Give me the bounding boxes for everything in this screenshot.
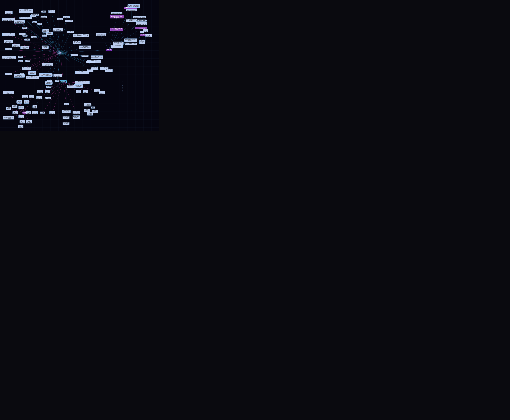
node-gambsat[interactable]: GamSat 系列GamSat-2A, GamSat-2B... bbox=[26, 76, 39, 79]
node-landsat[interactable]: Landsat系列Landsat-8、Landsat-9 bbox=[14, 20, 25, 23]
node-gosat[interactable]: GOSAT 系列GOSAT、GOSAT7 bbox=[4, 40, 13, 43]
node-saoccom[interactable]: SAOCCOM 系列SAOCCOM-1 bbox=[73, 41, 81, 44]
node-cskseries[interactable]: CSK 系列CSK-1, CSK-2, CSK-3, CSK... bbox=[2, 56, 16, 59]
node-gf-7[interactable]: GF-72019年 bbox=[6, 107, 11, 110]
node-electro-l-nz[interactable]: Electro-L NZ, Electro-L N3 bbox=[125, 43, 137, 45]
node-zy12[interactable]: ZY-1 2 系列 bbox=[45, 97, 51, 99]
node-deimos[interactable]: Deimos 系列Deimos-1... bbox=[42, 29, 49, 32]
node-mohammed[interactable]: Mohammed V 系列Mohammed V-A, Mohammed... bbox=[75, 81, 90, 84]
node-smap[interactable]: SMAP bbox=[32, 21, 37, 23]
node-kompsat[interactable]: KOMPSAT 系列KOMPSAT-2, KOMPSAT-3... bbox=[76, 71, 89, 74]
node-insat3d[interactable]: INSAT-3D, INSAT-3DR bbox=[126, 9, 137, 11]
node-gf-13[interactable]: GF-132020年发 bbox=[26, 120, 32, 123]
node-goes14-15[interactable]: GOES-14, GOES-15,GOES-16, GOES-17 bbox=[136, 22, 147, 25]
node-meteosat-1011[interactable]: Meteosat-10, Meteosat-11,Meteosat-10, Me… bbox=[128, 4, 140, 8]
node-main-center[interactable]: 卫星(遥感卫星) bbox=[57, 51, 64, 55]
node-veos2[interactable]: VEOS-2 bbox=[25, 60, 30, 62]
node-kadosat[interactable]: KadiOSat 系列KadiElStar-1, KadiElStar... bbox=[79, 45, 91, 49]
node-osk1[interactable]: OSK-1 bbox=[18, 60, 23, 62]
node-gf-5[interactable]: GF-52018年发 bbox=[12, 105, 17, 108]
node-skysat[interactable]: SkySat 系列SkySat-1... bbox=[48, 10, 55, 13]
node-jin1[interactable]: Jin-1 系2022年发 bbox=[94, 89, 100, 92]
node-superview2[interactable]: SuperView-42018年发 bbox=[62, 116, 69, 119]
node-sentinel[interactable]: Sentinel 系列 bbox=[81, 55, 88, 57]
node-cboes[interactable]: CBOES 系列CBRES-1... bbox=[67, 85, 74, 88]
node-blacksky[interactable]: BlackSky系列BlackSky-1、BlackSky-2... bbox=[2, 18, 15, 21]
node-optusglobe[interactable]: OptusGlobe bbox=[19, 33, 25, 35]
node-gistam[interactable]: Gokturk系列Gokturk-1... bbox=[42, 45, 49, 49]
node-gf-3[interactable]: GF-32016年发 bbox=[32, 111, 38, 114]
node-worldview[interactable]: WorldView系列WorldView-1, WorldView... bbox=[2, 33, 15, 36]
node-goes-west[interactable]: GOES WEST, GOES EAST bbox=[133, 16, 146, 18]
node-hj2a[interactable]: HJ-2A, HJ-2B2021年9月 bbox=[73, 115, 80, 119]
node-superview3[interactable]: SuperView-22015年发 bbox=[62, 122, 69, 125]
node-fomosat[interactable]: FOMOSAT V系列FOMOSAT-5 bbox=[74, 84, 83, 88]
node-dmsp[interactable]: DMSP bbox=[23, 27, 27, 29]
node-gf-series-cn[interactable]: GF 系列卫星（中国）GF-1... bbox=[113, 42, 123, 45]
node-fy2h[interactable]: FY-2H2018年12月 bbox=[145, 34, 152, 38]
node-gf-11-2[interactable]: GF-112020年发 bbox=[24, 100, 29, 104]
node-dubaisat[interactable]: DubaiSat系列DubaiSat-1 bbox=[105, 69, 113, 72]
node-tansat[interactable]: TanSat bbox=[64, 103, 69, 105]
node-zh156m[interactable]: ZH156M bbox=[46, 86, 52, 88]
node-oceanstar[interactable]: Oceanstar 系列OceanStar-2 bbox=[28, 71, 36, 75]
node-meteos[interactable]: Meteos 系列Meteo-M?V1, Meteo-M? bbox=[42, 63, 53, 66]
node-hj[interactable]: HJ 系列HJ-1A, HJ-1B bbox=[73, 111, 80, 114]
node-gf-8[interactable]: GF-82015年发 bbox=[13, 111, 18, 114]
node-fy2g[interactable]: FY-2G bbox=[140, 31, 144, 33]
node-terrakarte[interactable]: TerraSAR 错目 bbox=[65, 20, 73, 22]
node-hy1d[interactable]: HY-1D2020年发 bbox=[49, 111, 55, 114]
node-fy3d[interactable]: FY-3D bbox=[91, 106, 95, 108]
node-acos[interactable]: ACOS 系列卫星AltAP-1... bbox=[20, 46, 29, 49]
node-fy33[interactable]: FY-3系列2021发射时间 bbox=[84, 103, 91, 106]
node-obcm3[interactable]: OBCM3 bbox=[38, 22, 42, 25]
node-tropics[interactable]: TROPICS 系列TROPICS-01 bbox=[5, 11, 13, 14]
node-terradem-x[interactable]: TanDEM-X bbox=[57, 18, 63, 20]
node-china-node[interactable]: 中国卫星 bbox=[60, 80, 67, 83]
node-saral[interactable]: SARAL bbox=[47, 80, 52, 82]
node-geokompsat[interactable]: GEO-KOMPSAT 系列卫星(韩国) bbox=[110, 28, 123, 31]
node-goes-series[interactable]: GOES 系列卫星（美国） bbox=[135, 27, 147, 29]
node-zy3-01[interactable]: ZY-3 012012年 bbox=[46, 90, 50, 93]
node-venus[interactable]: VENuS bbox=[55, 80, 60, 82]
node-novesars[interactable]: NoveSAR-S bbox=[5, 73, 12, 75]
node-qixiang[interactable]: 气象卫星 bbox=[106, 49, 112, 51]
node-fy2-old[interactable]: FY-2系列卫星(中国) bbox=[139, 40, 145, 44]
node-gf-11[interactable]: GF-112018年发 bbox=[22, 95, 28, 98]
node-terrarsar[interactable]: TerraSAR-X bbox=[63, 16, 70, 18]
node-noaa5[interactable]: NOAA 5 列NOAA-15、NOAA-18、NOAA-19 bbox=[19, 9, 33, 13]
node-cbers[interactable]: 中巴卫星 bbox=[42, 35, 47, 37]
node-gf4[interactable]: GF-4 （高分四号卫星）GF-4 bbox=[111, 45, 122, 48]
node-cas500[interactable]: CAS 500 系列CAS 500-1 bbox=[91, 67, 98, 70]
node-altair[interactable]: Altair 系列Altair 1st, Altair 2nd... bbox=[53, 28, 63, 31]
node-th-01[interactable]: TH 系列TH-1... bbox=[76, 90, 81, 93]
node-superview1[interactable]: SuperView 系列SuperView-1... bbox=[62, 110, 70, 113]
node-gf-1-02[interactable]: GF 1-02, GF-1-03, GF-1-04... 一共三... bbox=[3, 116, 14, 120]
node-gf8-02[interactable]: GF 8-02, GF-8-03, GF-9-06, GF-9-05 bbox=[3, 91, 14, 94]
node-electro-l[interactable]: Electro-L 系列卫星（俄罗）Electro-L1... bbox=[124, 38, 137, 42]
node-calipso[interactable]: CALIPSO bbox=[24, 38, 30, 40]
node-hy-series[interactable]: HY 系列 bbox=[40, 112, 45, 113]
node-noaa-series[interactable]: NOAA卫星系列（美国） bbox=[135, 20, 147, 22]
node-oco[interactable]: OCO系列 bbox=[30, 15, 36, 17]
node-gf-10[interactable]: GF-102019年发 bbox=[29, 95, 34, 98]
node-kanopus[interactable]: KANOPUS系列KANOPUS-V1, KANOPUS... bbox=[39, 73, 53, 77]
node-bilsat[interactable]: BilSAT-1系列BILSAT-1, BILSAT-2... bbox=[14, 74, 25, 77]
node-himawari89[interactable]: Himawari-8, Himawari-9 bbox=[111, 12, 122, 14]
node-jins01[interactable]: JINS012022年9月 bbox=[99, 91, 105, 94]
node-himawari[interactable]: Himawari 系列卫星（日本）Himawari-8... bbox=[110, 15, 123, 18]
node-ocem[interactable]: OCEM 系列 bbox=[5, 48, 12, 50]
node-gf-12-02[interactable]: GF-12 022021年发 bbox=[18, 125, 23, 128]
node-gaofen[interactable]: 高分卫星 bbox=[31, 36, 37, 38]
node-tropomi[interactable]: TROPOMI-V bbox=[71, 54, 78, 56]
node-gf-12[interactable]: GF-122019年发 bbox=[18, 115, 24, 118]
node-zy3-02[interactable]: ZY-3 022016年发 bbox=[37, 90, 43, 93]
node-pleaides[interactable]: Pleiades 系列Pleiades-1... bbox=[45, 81, 53, 85]
node-lemur2[interactable]: Lemur-2 bbox=[41, 10, 46, 13]
node-gf-9-3[interactable]: GF-92020年发 bbox=[18, 106, 24, 109]
node-proba[interactable]: PROBA 系列PROBA-1, PROBA-2, PROBA bbox=[87, 60, 101, 63]
node-metopu[interactable]: MetOp 系列Metop-A, MetOp-B, MetOp bbox=[91, 55, 103, 59]
node-zy1-2d[interactable]: ZY-1 2D2021年发 bbox=[36, 96, 42, 99]
node-fy1-3b[interactable]: FY-3B2010年10月 bbox=[84, 109, 90, 112]
node-spot[interactable]: SPOT 系列SPOT-5, SPOT... bbox=[53, 74, 62, 77]
